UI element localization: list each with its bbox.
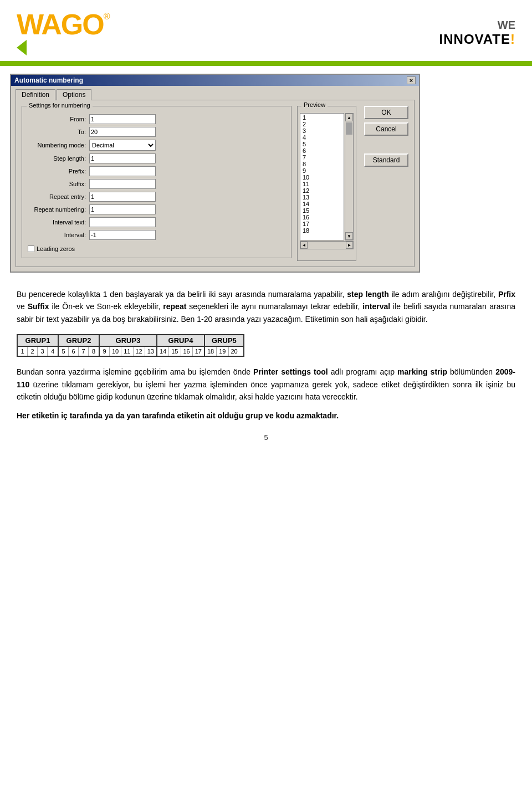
field-step-length: Step length: xyxy=(28,153,285,163)
interval-text-input[interactable] xyxy=(89,217,156,227)
field-interval-text: Interval text: xyxy=(28,217,285,227)
preview-item: 3 xyxy=(303,127,341,134)
step-length-input[interactable] xyxy=(89,153,156,163)
group5-numbers: 18 19 20 xyxy=(205,347,243,356)
group1-num-4: 4 xyxy=(48,347,58,356)
we-text: WE xyxy=(439,19,515,32)
group3-num-12: 12 xyxy=(134,347,145,356)
leading-zeros-row: Leading zeros xyxy=(28,245,285,252)
interval-input[interactable] xyxy=(89,230,156,240)
scroll-up-arrow[interactable]: ▲ xyxy=(345,114,353,121)
settings-group: Settings for numbering From: To: Numberi… xyxy=(22,106,291,258)
innovate-logo: WE INNOVATE! xyxy=(439,19,515,47)
dialog-body: Definition Options Settings for numberin… xyxy=(11,86,419,272)
group3-title: GRUP3 xyxy=(100,335,156,347)
dialog-close-button[interactable]: × xyxy=(407,76,416,84)
group-block-4: GRUP4 14 15 16 17 xyxy=(156,334,205,357)
prefix-input[interactable] xyxy=(89,166,156,176)
wago-arrow-icon xyxy=(17,40,27,55)
suffix-input[interactable] xyxy=(89,179,156,189)
innovate-text: INNOVATE! xyxy=(439,32,515,47)
group3-num-11: 11 xyxy=(121,347,133,356)
numbering-mode-label: Numbering mode: xyxy=(28,142,86,148)
group2-num-7: 7 xyxy=(79,347,89,356)
preview-hscrollbar[interactable]: ◄ ► xyxy=(300,241,354,249)
main-content: Bu pencerede kolaylıkta 1 den başlayarak… xyxy=(0,283,532,453)
scroll-right-arrow[interactable]: ► xyxy=(346,242,353,249)
group-block-3: GRUP3 9 10 11 12 13 xyxy=(99,334,157,357)
group2-num-8: 8 xyxy=(89,347,99,356)
leading-zeros-checkbox[interactable] xyxy=(28,245,34,252)
to-input[interactable] xyxy=(89,127,156,137)
field-prefix: Prefix: xyxy=(28,166,285,176)
scroll-left-arrow[interactable]: ◄ xyxy=(300,242,308,249)
preview-item: 15 xyxy=(303,207,341,214)
groups-row: GRUP1 1 2 3 4 GRUP2 5 6 7 8 xyxy=(17,334,243,357)
group3-num-9: 9 xyxy=(100,347,110,356)
label-table: GRUP1 1 2 3 4 GRUP2 5 6 7 8 xyxy=(17,334,515,357)
settings-group-legend: Settings for numbering xyxy=(27,102,93,109)
field-suffix: Suffix: xyxy=(28,179,285,189)
tab-content: Settings for numbering From: To: Numberi… xyxy=(16,100,415,267)
interval-label: Interval: xyxy=(28,232,86,238)
repeat-entry-input[interactable] xyxy=(89,192,156,202)
preview-item: 5 xyxy=(303,141,341,147)
dialog-titlebar: Automatic numbering × xyxy=(11,75,419,86)
ok-button[interactable]: OK xyxy=(364,106,408,119)
group2-num-5: 5 xyxy=(59,347,69,356)
group1-num-1: 1 xyxy=(18,347,28,356)
numbering-mode-select[interactable]: Decimal Hexadecimal Alphabetical xyxy=(89,140,156,151)
group3-num-13: 13 xyxy=(145,347,156,356)
bottom-paragraph-1: Bundan sonra yazdırma işlemine gçebiliri… xyxy=(17,366,515,403)
tab-options[interactable]: Options xyxy=(57,89,91,100)
field-repeat-numbering: Repeat numbering: xyxy=(28,204,285,214)
wago-logo: WAGO ® xyxy=(17,10,110,55)
group5-num-18: 18 xyxy=(205,347,217,356)
group1-num-2: 2 xyxy=(28,347,38,356)
suffix-label: Suffix: xyxy=(28,181,86,187)
tab-definition[interactable]: Definition xyxy=(16,89,55,100)
standard-button[interactable]: Standard xyxy=(364,153,408,167)
preview-section: Preview 1 2 3 4 5 6 7 xyxy=(297,106,359,261)
bottom-text: Bundan sonra yazdırma işlemine gçebiliri… xyxy=(17,366,515,422)
preview-item: 9 xyxy=(303,167,341,174)
preview-item: 8 xyxy=(303,161,341,167)
from-input[interactable] xyxy=(89,114,156,124)
preview-item: 17 xyxy=(303,221,341,227)
prefix-label: Prefix: xyxy=(28,168,86,175)
repeat-numbering-input[interactable] xyxy=(89,204,156,214)
repeat-entry-label: Repeat entry: xyxy=(28,193,86,200)
preview-item: 11 xyxy=(303,181,341,187)
group1-numbers: 1 2 3 4 xyxy=(18,347,58,356)
repeat-numbering-label: Repeat numbering: xyxy=(28,206,86,213)
from-label: From: xyxy=(28,116,86,122)
preview-item: 6 xyxy=(303,147,341,154)
preview-item: 13 xyxy=(303,194,341,201)
preview-border: 1 2 3 4 5 6 7 8 9 10 xyxy=(297,106,356,261)
green-divider xyxy=(0,63,532,66)
button-spacer xyxy=(364,139,408,150)
group5-num-19: 19 xyxy=(217,347,228,356)
preview-legend: Preview xyxy=(301,101,328,108)
preview-vscrollbar[interactable]: ▲ ▼ xyxy=(345,113,354,240)
registered-symbol: ® xyxy=(104,12,110,21)
cancel-button[interactable]: Cancel xyxy=(364,122,408,136)
preview-item: 18 xyxy=(303,227,341,234)
preview-item: 10 xyxy=(303,174,341,181)
page-number: 5 xyxy=(17,433,515,442)
group5-num-20: 20 xyxy=(229,347,240,356)
group2-title: GRUP2 xyxy=(59,335,99,347)
body-paragraph-1: Bu pencerede kolaylıkta 1 den başlayarak… xyxy=(17,288,515,325)
dialog-wrapper: Automatic numbering × Definition Options… xyxy=(0,74,532,283)
scroll-thumb xyxy=(346,122,352,135)
group4-title: GRUP4 xyxy=(157,335,204,347)
preview-area: 1 2 3 4 5 6 7 8 9 10 xyxy=(300,113,354,240)
field-from: From: xyxy=(28,114,285,124)
page-header: WAGO ® WE INNOVATE! xyxy=(0,0,532,63)
field-numbering-mode: Numbering mode: Decimal Hexadecimal Alph… xyxy=(28,140,285,151)
group2-numbers: 5 6 7 8 xyxy=(59,347,99,356)
field-repeat-entry: Repeat entry: xyxy=(28,192,285,202)
preview-item: 2 xyxy=(303,121,341,127)
scroll-down-arrow[interactable]: ▼ xyxy=(345,232,353,240)
interval-text-label: Interval text: xyxy=(28,219,86,226)
